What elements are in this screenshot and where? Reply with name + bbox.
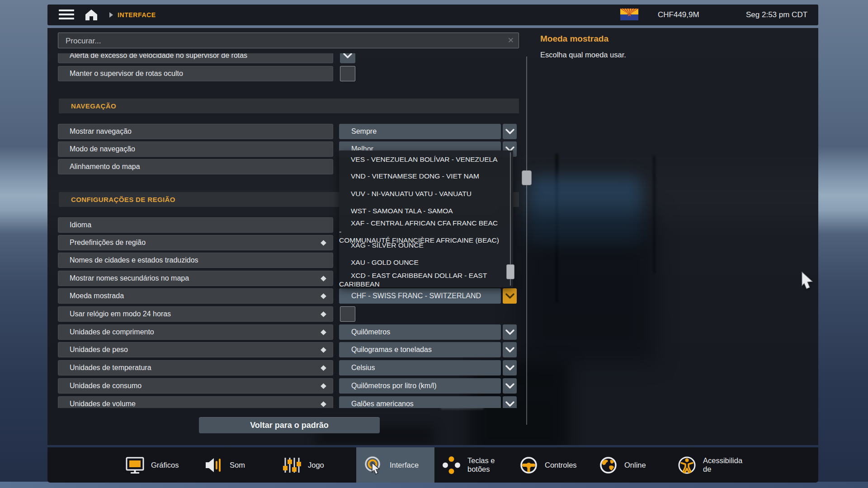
settings-row: Unidades de temperaturaCelsius <box>58 360 519 375</box>
settings-row: Moeda mostradaCHF - SWISS FRANC - SWITZE… <box>58 288 519 304</box>
setting-label[interactable]: Mostrar navegação <box>58 124 333 139</box>
setting-label[interactable]: Usar relógio em modo 24 horas <box>58 306 333 322</box>
setting-dropdown-value[interactable]: Sempre <box>339 124 501 139</box>
diamond-marker-icon <box>321 347 326 353</box>
dropdown-chevron-button[interactable] <box>503 342 517 357</box>
diamond-marker-icon <box>321 329 326 335</box>
settings-row: Usar relógio em modo 24 horas <box>58 306 519 322</box>
settings-row: Unidades de volumeGalões americanos <box>58 396 519 408</box>
bottom-nav: GráficosSomJogoInterfaceTeclas ebotõesCo… <box>47 447 818 483</box>
money-display: CHF449,9M <box>658 10 699 19</box>
search-input[interactable] <box>65 33 496 49</box>
setting-dropdown-value[interactable]: Quilômetros por litro (km/l) <box>339 378 501 394</box>
dropdown-chevron-button[interactable] <box>503 360 517 375</box>
horizon-light-strip <box>0 482 868 488</box>
currency-option[interactable]: XAU - GOLD OUNCE <box>339 258 501 267</box>
setting-label[interactable]: Predefinições de região <box>58 235 333 250</box>
nav-item-interface[interactable]: Interface <box>363 447 440 483</box>
settings-row: Manter o supervisor de rotas oculto <box>58 66 519 81</box>
reset-defaults-button[interactable]: Voltar para o padrão <box>199 417 380 433</box>
setting-checkbox[interactable] <box>340 66 355 81</box>
nav-label: Teclas ebotões <box>467 452 495 478</box>
diamond-marker-icon <box>321 240 326 246</box>
setting-label[interactable]: Alerta de excesso de velocidade no super… <box>58 53 333 63</box>
setting-dropdown-value[interactable]: Quilogramas e toneladas <box>339 342 501 357</box>
settings-row: Unidades de consumoQuilômetros por litro… <box>58 378 519 394</box>
settings-row: Unidades de comprimentoQuilômetros <box>58 324 519 340</box>
section-header-row: NAVEGAÇÃO <box>58 99 519 114</box>
sliders-icon <box>282 455 302 475</box>
diamond-marker-icon <box>321 365 326 371</box>
setting-label[interactable]: Moeda mostrada <box>58 288 333 304</box>
help-description: Escolha qual moeda usar. <box>540 51 626 59</box>
screen: INTERFACE CHF449,9M Seg 2:53 pm CDT <box>0 0 868 488</box>
currency-dropdown-popup: VES - VENEZUELAN BOLÍVAR - VENEZUELAVND … <box>339 150 513 287</box>
nav-label: Jogo <box>308 452 324 478</box>
currency-option[interactable]: VES - VENEZUELAN BOLÍVAR - VENEZUELA <box>339 155 501 164</box>
hamburger-menu-icon[interactable] <box>59 9 74 20</box>
setting-label[interactable]: Unidades de comprimento <box>58 324 333 340</box>
setting-label[interactable]: Manter o supervisor de rotas oculto <box>58 66 333 81</box>
setting-label[interactable]: Unidades de peso <box>58 342 333 357</box>
setting-checkbox[interactable] <box>340 306 355 322</box>
setting-label[interactable]: Alinhamento do mapa <box>58 159 333 174</box>
setting-dropdown-value[interactable]: Galões americanos <box>339 396 501 408</box>
setting-label[interactable]: Modo de navegação <box>58 141 333 157</box>
section-header: NAVEGAÇÃO <box>59 99 519 113</box>
currency-option[interactable]: XAG - SILVER OUNCE <box>339 241 501 249</box>
dropdown-chevron-button[interactable] <box>503 124 517 139</box>
settings-row: Alerta de excesso de velocidade no super… <box>58 53 519 63</box>
setting-label[interactable]: Unidades de consumo <box>58 378 333 394</box>
setting-label[interactable]: Idioma <box>58 217 333 233</box>
nav-label: Gráficos <box>151 452 179 478</box>
nav-item-jogo[interactable]: Jogo <box>282 447 359 483</box>
popup-scrollbar-thumb[interactable] <box>506 264 514 279</box>
setting-label[interactable]: Mostrar nomes secundários no mapa <box>58 271 333 286</box>
steering-wheel-icon <box>519 455 539 475</box>
nav-item-grficos[interactable]: Gráficos <box>125 447 202 483</box>
speaker-icon <box>203 455 224 475</box>
nav-item-controles[interactable]: Controles <box>519 447 595 483</box>
nav-item-teclasebotes[interactable]: Teclas ebotões <box>441 447 518 483</box>
datetime-display: Seg 2:53 pm CDT <box>746 10 807 19</box>
currency-option[interactable]: VUV - NI-VANUATU VATU - VANUATU <box>339 189 501 198</box>
dropdown-chevron-button[interactable] <box>503 378 517 394</box>
diamond-marker-icon <box>321 293 326 299</box>
accessibility-icon <box>677 455 697 475</box>
nav-item-online[interactable]: Online <box>598 447 675 483</box>
top-bar: INTERFACE CHF449,9M Seg 2:53 pm CDT <box>47 5 818 25</box>
cursor-click-icon <box>363 455 384 475</box>
currency-option[interactable]: XCD - EAST CARIBBEAN DOLLAR - EASTCARIBB… <box>339 271 501 288</box>
diamond-marker-icon <box>321 383 326 389</box>
dropdown-chevron-button[interactable] <box>503 324 517 340</box>
globe-icon <box>598 455 618 475</box>
settings-scrollbar-thumb[interactable] <box>522 170 532 185</box>
help-title: Moeda mostrada <box>540 34 609 44</box>
arizona-state-flag-icon <box>620 9 638 22</box>
nav-label: Som <box>230 452 245 478</box>
setting-label[interactable]: Unidades de temperatura <box>58 360 333 375</box>
search-box: ✕ <box>58 33 519 48</box>
setting-dropdown-value[interactable]: CHF - SWISS FRANC - SWITZERLAND <box>339 288 501 304</box>
settings-scrollbar-track[interactable] <box>526 56 527 425</box>
dropdown-chevron-button[interactable] <box>503 288 517 304</box>
diamond-marker-icon <box>321 401 326 407</box>
mouse-cursor <box>800 271 815 290</box>
nav-label: Online <box>624 452 646 478</box>
setting-dropdown-value[interactable]: Celsius <box>339 360 501 375</box>
dropdown-chevron-button[interactable] <box>503 396 517 408</box>
diamond-marker-icon <box>321 276 326 282</box>
settings-row: Mostrar navegaçãoSempre <box>58 124 519 139</box>
currency-option[interactable]: VND - VIETNAMESE DONG - VIET NAM <box>339 172 501 180</box>
nav-label: Controles <box>545 452 577 478</box>
nav-item-som[interactable]: Som <box>203 447 280 483</box>
currency-option[interactable]: WST - SAMOAN TALA - SAMOA <box>339 206 501 215</box>
clear-x-icon[interactable]: ✕ <box>508 36 514 45</box>
setting-label[interactable]: Unidades de volume <box>58 396 333 408</box>
nav-item-acessibilidade[interactable]: Acessibilidade <box>677 447 754 483</box>
nav-label: Acessibilidade <box>703 452 742 478</box>
setting-expand-button[interactable] <box>340 53 355 63</box>
home-icon[interactable] <box>85 9 98 21</box>
setting-label[interactable]: Nomes de cidades e estados traduzidos <box>58 253 333 268</box>
setting-dropdown-value[interactable]: Quilômetros <box>339 324 501 340</box>
